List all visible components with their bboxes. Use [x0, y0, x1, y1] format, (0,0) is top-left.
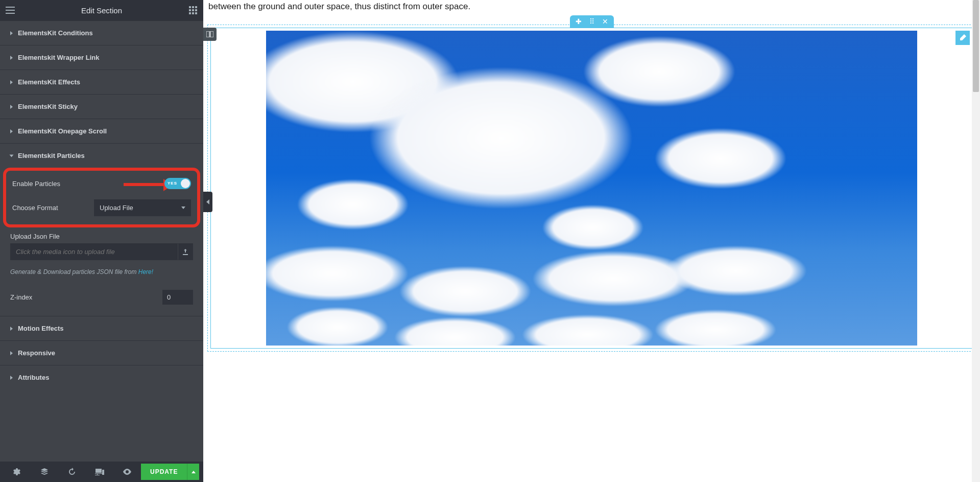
choose-format-label: Choose Format	[12, 204, 94, 212]
panel-label: Attributes	[18, 374, 49, 381]
chevron-down-icon	[181, 206, 185, 209]
caret-right-icon	[10, 56, 13, 60]
panel-onepage-scroll[interactable]: ElementsKit Onepage Scroll	[0, 119, 203, 143]
canvas-scrollbar[interactable]	[972, 0, 980, 482]
edit-section-handle-icon[interactable]: ⠿	[588, 17, 595, 26]
image-widget[interactable]	[266, 31, 917, 346]
preview-canvas: between the ground and outer space, thus…	[203, 0, 980, 482]
collapse-sidebar-button[interactable]	[203, 192, 212, 212]
panel-responsive[interactable]: Responsive	[0, 341, 203, 365]
panel-label: ElementsKit Sticky	[18, 103, 78, 110]
hamburger-menu-icon[interactable]	[4, 4, 16, 16]
panel-label: Elementskit Wrapper Link	[18, 54, 99, 61]
zindex-label: Z-index	[10, 293, 162, 301]
caret-right-icon	[10, 105, 13, 109]
section-toolbar: ✚ ⠿ ✕	[570, 15, 614, 28]
zindex-input[interactable]	[162, 290, 193, 305]
upload-media-button[interactable]	[178, 243, 193, 260]
select-value: Upload File	[100, 204, 133, 212]
generate-hint: Generate & Download particles JSON file …	[10, 268, 193, 276]
generate-hint-link[interactable]: Here!	[138, 268, 153, 276]
panel-label: ElementsKit Conditions	[18, 29, 93, 37]
annotation-highlight: Enable Particles YES Choose Format Uploa…	[3, 168, 200, 227]
enable-particles-toggle[interactable]: YES	[164, 178, 191, 189]
responsive-mode-icon[interactable]	[86, 462, 113, 482]
history-icon[interactable]	[58, 462, 86, 482]
panel-label: ElementsKit Onepage Scroll	[18, 127, 107, 135]
panel-attributes[interactable]: Attributes	[0, 365, 203, 389]
column-frame[interactable]	[210, 28, 973, 349]
caret-right-icon	[10, 129, 13, 133]
upload-json-label: Upload Json File	[10, 233, 193, 240]
column-handle-icon[interactable]	[203, 28, 217, 41]
panel-conditions[interactable]: ElementsKit Conditions	[0, 21, 203, 45]
choose-format-select[interactable]: Upload File	[94, 199, 191, 216]
panel-label: Responsive	[18, 349, 55, 357]
toggle-knob-icon	[181, 179, 190, 188]
sidebar-title: Edit Section	[16, 6, 187, 15]
panel-label: Elementskit Particles	[18, 152, 85, 159]
preview-icon[interactable]	[113, 462, 141, 482]
widgets-grid-icon[interactable]	[187, 4, 199, 16]
caret-right-icon	[10, 351, 13, 355]
panel-effects[interactable]: ElementsKit Effects	[0, 70, 203, 94]
panel-sticky[interactable]: ElementsKit Sticky	[0, 95, 203, 119]
sidebar-header: Edit Section	[0, 0, 203, 20]
caret-right-icon	[10, 31, 13, 35]
settings-icon[interactable]	[3, 462, 31, 482]
caret-right-icon	[10, 376, 13, 380]
toggle-state-text: YES	[168, 181, 177, 186]
panel-particles[interactable]: Elementskit Particles	[0, 144, 203, 168]
panel-motion-effects[interactable]: Motion Effects	[0, 316, 203, 340]
navigator-icon[interactable]	[31, 462, 58, 482]
delete-section-icon[interactable]: ✕	[602, 17, 609, 26]
sidebar-footer: UPDATE	[0, 462, 203, 482]
panel-label: Motion Effects	[18, 325, 64, 332]
edit-widget-button[interactable]	[955, 31, 970, 45]
sky-image	[266, 31, 917, 346]
caret-right-icon	[10, 327, 13, 331]
panel-wrapper-link[interactable]: Elementskit Wrapper Link	[0, 45, 203, 70]
caret-down-icon	[10, 154, 14, 157]
add-section-icon[interactable]: ✚	[575, 17, 582, 26]
upload-json-input[interactable]	[10, 243, 178, 260]
panel-label: ElementsKit Effects	[18, 78, 80, 86]
editor-sidebar: Edit Section ElementsKit Conditions Elem…	[0, 0, 203, 482]
section-frame[interactable]	[207, 25, 976, 352]
annotation-arrow-icon	[124, 183, 164, 186]
caret-right-icon	[10, 80, 13, 84]
update-options-button[interactable]	[187, 464, 199, 480]
update-button[interactable]: UPDATE	[141, 464, 187, 480]
panel-list: ElementsKit Conditions Elementskit Wrapp…	[0, 20, 203, 462]
